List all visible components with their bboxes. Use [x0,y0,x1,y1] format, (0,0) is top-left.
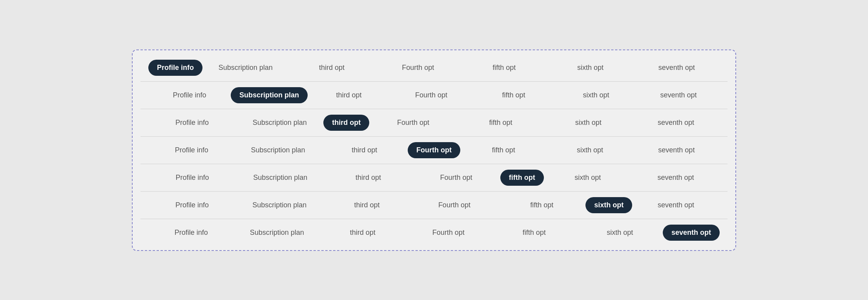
nav-item-row7-col4[interactable]: Fourth opt [406,225,492,241]
nav-item-row2-col5[interactable]: fifth opt [472,87,555,103]
nav-item-row2-col6[interactable]: sixth opt [555,87,637,103]
nav-item-row6-col4[interactable]: Fourth opt [410,197,498,213]
nav-item-row7-col3[interactable]: third opt [320,225,406,241]
nav-item-row4-col5[interactable]: fifth opt [460,142,547,158]
nav-item-row3-col1[interactable]: Profile info [148,115,236,131]
nav-item-row2-col1[interactable]: Profile info [148,87,231,103]
nav-row-6: Profile infoSubscription planthird optFo… [140,192,728,219]
nav-row-4: Profile infoSubscription planthird optFo… [140,137,728,164]
nav-item-row3-col7[interactable]: seventh opt [632,115,720,131]
nav-item-row7-col5[interactable]: fifth opt [491,225,577,241]
nav-item-row5-col5[interactable]: fifth opt [500,170,544,186]
nav-item-row6-col6[interactable]: sixth opt [585,197,632,213]
nav-item-row1-col4[interactable]: Fourth opt [375,60,461,76]
nav-item-row4-col1[interactable]: Profile info [148,142,235,158]
nav-item-row4-col4[interactable]: Fourth opt [408,142,460,158]
nav-item-row4-col2[interactable]: Subscription plan [235,142,321,158]
nav-item-row3-col4[interactable]: Fourth opt [369,115,457,131]
nav-item-row2-col3[interactable]: third opt [308,87,390,103]
nav-row-2: Profile infoSubscription planthird optFo… [140,82,728,109]
nav-row-7: Profile infoSubscription planthird optFo… [140,219,728,246]
nav-item-row6-col1[interactable]: Profile info [148,197,236,213]
nav-item-row3-col2[interactable]: Subscription plan [236,115,323,131]
nav-item-row2-col4[interactable]: Fourth opt [390,87,472,103]
nav-item-row5-col4[interactable]: Fourth opt [412,170,500,186]
nav-item-row6-col7[interactable]: seventh opt [632,197,720,213]
nav-item-row6-col5[interactable]: fifth opt [498,197,585,213]
nav-item-row7-col1[interactable]: Profile info [148,225,234,241]
nav-row-3: Profile infoSubscription planthird optFo… [140,109,728,137]
nav-item-row7-col6[interactable]: sixth opt [577,225,663,241]
nav-item-row5-col6[interactable]: sixth opt [544,170,632,186]
nav-item-row1-col6[interactable]: sixth opt [547,60,634,76]
nav-item-row1-col2[interactable]: Subscription plan [202,60,289,76]
nav-item-row2-col7[interactable]: seventh opt [637,87,720,103]
nav-item-row4-col6[interactable]: sixth opt [547,142,633,158]
nav-item-row4-col3[interactable]: third opt [321,142,408,158]
nav-row-1: Profile infoSubscription planthird optFo… [140,54,728,82]
nav-item-row6-col2[interactable]: Subscription plan [236,197,323,213]
nav-item-row1-col5[interactable]: fifth opt [461,60,547,76]
nav-item-row7-col7[interactable]: seventh opt [663,225,720,241]
nav-item-row1-col7[interactable]: seventh opt [633,60,720,76]
nav-item-row2-col2[interactable]: Subscription plan [231,87,308,103]
nav-item-row3-col5[interactable]: fifth opt [457,115,545,131]
nav-item-row5-col2[interactable]: Subscription plan [236,170,324,186]
nav-row-5: Profile infoSubscription planthird optFo… [140,164,728,192]
nav-item-row5-col3[interactable]: third opt [324,170,412,186]
nav-item-row6-col3[interactable]: third opt [323,197,411,213]
nav-item-row1-col1[interactable]: Profile info [148,60,202,76]
nav-item-row5-col7[interactable]: seventh opt [632,170,720,186]
nav-item-row4-col7[interactable]: seventh opt [633,142,720,158]
main-container: Profile infoSubscription planthird optFo… [132,49,736,251]
nav-item-row3-col6[interactable]: sixth opt [545,115,632,131]
nav-item-row1-col3[interactable]: third opt [289,60,375,76]
nav-item-row7-col2[interactable]: Subscription plan [234,225,320,241]
nav-item-row5-col1[interactable]: Profile info [148,170,236,186]
nav-item-row3-col3[interactable]: third opt [323,115,369,131]
